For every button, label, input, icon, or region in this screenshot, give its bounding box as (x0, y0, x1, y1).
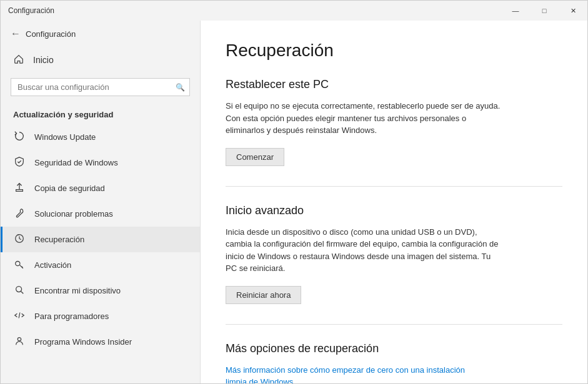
wrench-icon (13, 207, 26, 220)
reiniciar-ahora-button[interactable]: Reiniciar ahora (226, 286, 301, 304)
search-input[interactable] (11, 78, 190, 96)
back-arrow-icon: ← (11, 28, 21, 39)
svg-point-2 (16, 262, 20, 266)
comenzar-button[interactable]: Comenzar (226, 148, 284, 166)
nav-item-recuperacion[interactable]: Recuperación (1, 227, 200, 252)
inicio-avanzado-title: Inicio avanzado (226, 204, 562, 217)
nav-label: Activación (34, 260, 71, 270)
nav-item-para-programadores[interactable]: Para programadores (1, 303, 200, 329)
page-title: Recuperación (226, 41, 562, 61)
home-label: Inicio (33, 55, 54, 65)
divider-2 (226, 324, 562, 325)
shield-icon (13, 156, 26, 169)
nav-item-activacion[interactable]: Activación (1, 252, 200, 278)
window-title: Configuración (8, 6, 54, 15)
titlebar-controls: — □ ✕ (501, 1, 587, 21)
nav-item-copia-seguridad[interactable]: Copia de seguridad (1, 175, 200, 201)
sidebar-item-home[interactable]: Inicio (1, 47, 200, 73)
inicio-avanzado-desc: Inicia desde un dispositivo o disco (com… (226, 226, 501, 275)
insider-icon (13, 335, 26, 348)
search-box: 🔍 (11, 78, 190, 96)
sidebar-back[interactable]: ← Configuración (1, 21, 200, 47)
instalacion-limpia-link[interactable]: Más información sobre cómo empezar de ce… (226, 364, 488, 384)
nav-item-solucionar-problemas[interactable]: Solucionar problemas (1, 201, 200, 227)
divider-1 (226, 186, 562, 187)
nav-label: Windows Update (34, 132, 96, 142)
sidebar: ← Configuración Inicio 🔍 Actualización y… (1, 21, 201, 383)
recovery-icon (13, 233, 26, 246)
svg-point-6 (17, 338, 21, 341)
find-icon (13, 284, 26, 297)
nav-item-programa-insider[interactable]: Programa Windows Insider (1, 329, 200, 355)
nav-label: Recuperación (34, 235, 84, 244)
restablecer-desc: Si el equipo no se ejecuta correctamente… (226, 100, 501, 137)
search-icon: 🔍 (176, 83, 185, 92)
section-label: Actualización y seguridad (1, 101, 200, 124)
nav-label: Seguridad de Windows (34, 158, 118, 167)
update-icon (13, 130, 26, 144)
svg-point-3 (16, 287, 22, 292)
window: Configuración — □ ✕ ← Configuración Inic… (0, 0, 588, 384)
svg-line-5 (19, 313, 20, 318)
nav-item-encontrar-dispositivo[interactable]: Encontrar mi dispositivo (1, 278, 200, 303)
dev-icon (13, 310, 26, 323)
nav-label: Para programadores (34, 312, 109, 321)
sidebar-title: Configuración (26, 29, 76, 39)
close-button[interactable]: ✕ (559, 1, 587, 21)
titlebar: Configuración — □ ✕ (1, 1, 587, 21)
nav-label: Copia de seguridad (34, 184, 105, 193)
nav-label: Solucionar problemas (34, 209, 113, 219)
nav-label: Programa Windows Insider (34, 337, 132, 347)
key-icon (13, 258, 26, 272)
minimize-button[interactable]: — (501, 1, 530, 21)
home-icon (13, 53, 24, 67)
nav-item-windows-update[interactable]: Windows Update (1, 124, 200, 150)
restablecer-title: Restablecer este PC (226, 78, 562, 91)
nav-label: Encontrar mi dispositivo (34, 286, 121, 295)
mas-opciones-title: Más opciones de recuperación (226, 342, 562, 355)
svg-line-4 (21, 292, 24, 294)
content-area: ← Configuración Inicio 🔍 Actualización y… (1, 21, 587, 383)
main-content: Recuperación Restablecer este PC Si el e… (201, 21, 587, 383)
nav-item-seguridad-windows[interactable]: Seguridad de Windows (1, 150, 200, 175)
backup-icon (13, 182, 26, 195)
maximize-button[interactable]: □ (530, 1, 559, 21)
